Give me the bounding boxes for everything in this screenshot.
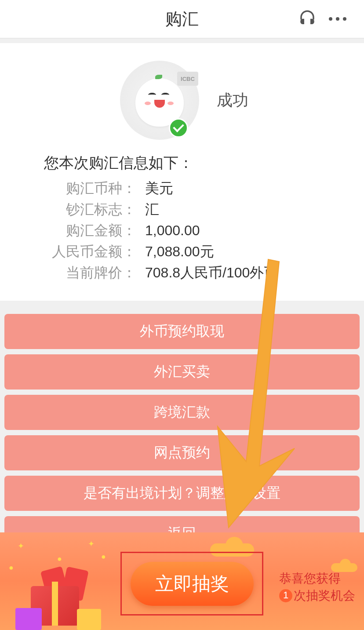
info-value: 708.8人民币/100外币: [136, 262, 320, 283]
info-row-amount: 购汇金额： 1,000.00: [44, 220, 320, 241]
mascot-icon: ICBC: [116, 56, 204, 144]
travel-plan-button[interactable]: 是否有出境计划？调整意愿设置: [4, 476, 360, 511]
info-value: 1,000.00: [136, 220, 320, 241]
info-row-currency: 购汇币种： 美元: [44, 178, 320, 199]
info-row-rate: 当前牌价： 708.8人民币/100外币: [44, 262, 320, 283]
info-label: 购汇金额：: [44, 220, 136, 241]
header: 购汇: [0, 0, 364, 39]
buttons-section: 外币预约取现 外汇买卖 跨境汇款 网点预约 是否有出境计划？调整意愿设置 返回: [0, 301, 364, 561]
info-label: 购汇币种：: [44, 178, 136, 199]
info-value: 汇: [136, 199, 320, 220]
info-row-rmb: 人民币金额： 7,088.00元: [44, 241, 320, 262]
draw-highlight-box: 立即抽奖: [120, 552, 263, 615]
status-text: 成功: [217, 90, 248, 111]
info-value: 7,088.00元: [136, 241, 320, 262]
forex-trade-button[interactable]: 外汇买卖: [4, 354, 360, 390]
lottery-banner: ✦ ● ✦ ● ● 立即抽奖 恭喜您获得 1 次抽奖机会: [0, 532, 364, 630]
icbc-badge: ICBC: [177, 72, 198, 86]
draw-button[interactable]: 立即抽奖: [131, 562, 254, 606]
support-icon[interactable]: [298, 9, 317, 29]
gift-icon: [18, 564, 106, 630]
congrats-text: 恭喜您获得 1 次抽奖机会: [279, 570, 355, 604]
status-section: ICBC 成功: [0, 56, 364, 153]
info-table: 购汇币种： 美元 钞汇标志： 汇 购汇金额： 1,000.00 人民币金额： 7…: [0, 178, 364, 283]
result-card: ICBC 成功 您本次购汇信息如下： 购汇币种： 美元 钞汇标志： 汇 购汇金额…: [0, 43, 364, 301]
info-label: 人民币金额：: [44, 241, 136, 262]
congrats-line1: 恭喜您获得: [279, 570, 355, 587]
cross-border-button[interactable]: 跨境汇款: [4, 395, 360, 430]
draw-count: 1: [279, 589, 292, 602]
foreign-withdraw-button[interactable]: 外币预约取现: [4, 314, 360, 349]
info-label: 当前牌价：: [44, 262, 136, 283]
more-icon[interactable]: [329, 17, 346, 21]
congrats-line2: 次抽奖机会: [294, 587, 355, 604]
info-row-flag: 钞汇标志： 汇: [44, 199, 320, 220]
info-title: 您本次购汇信息如下：: [0, 153, 364, 173]
branch-reserve-button[interactable]: 网点预约: [4, 435, 360, 470]
info-label: 钞汇标志：: [44, 199, 136, 220]
info-value: 美元: [136, 178, 320, 199]
page-title: 购汇: [165, 8, 199, 30]
success-check-icon: [169, 118, 188, 138]
header-actions: [298, 9, 346, 29]
